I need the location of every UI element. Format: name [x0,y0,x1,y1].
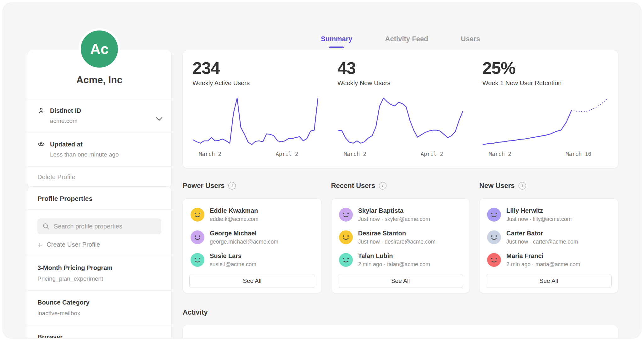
avatar-face [339,208,353,222]
user-subtext: Just now · lilly@acme.com [506,216,571,223]
property-label: Browser [37,333,161,338]
distinct-id-value: acme.com [50,118,161,124]
sparkline-chart [192,96,319,146]
user-avatar [339,253,353,267]
user-name: George Michael [210,229,278,237]
activity-card: 234 240 3.4k [183,325,618,338]
user-list-item[interactable]: Skylar BaptistaJust now · skyler@acme.co… [339,207,464,223]
user-list-item[interactable]: Lilly HerwitzJust now · lilly@acme.com [487,207,612,223]
user-list-item[interactable]: Desirae StantonJust now · desirare@acme.… [339,229,464,245]
stat-weekly-active-users: 234 Weekly Active Users March 2 April 2 [183,50,328,168]
plus-icon: + [37,242,42,248]
person-icon [37,107,45,114]
stat-value: 234 [192,59,319,77]
avatar-face [339,253,353,267]
info-icon[interactable]: i [379,182,386,190]
tab-summary[interactable]: Summary [321,35,352,48]
activity-stat: 240 [328,325,473,338]
sparkline-chart [482,96,608,146]
property-row[interactable]: Bounce Category inactive-mailbox [27,290,171,325]
user-subtext: Just now · skyler@acme.com [358,216,430,223]
property-row[interactable]: 3-Month Pricing Program Pricing_plan_exp… [27,256,171,290]
activity-stat-value: 3.4k [482,336,608,338]
delete-profile-button[interactable]: Delete Profile [27,166,171,188]
see-all-button[interactable]: See All [338,274,464,288]
user-list-item[interactable]: Carter BatorJust now · carter@acme.com [487,229,612,245]
user-list-card: Eddie Kwakmaneddie.k@acme.comGeorge Mich… [183,198,322,293]
company-avatar: Ac [79,28,120,70]
tab-bar: Summary Activity Feed Users [183,35,618,48]
search-input[interactable] [53,223,156,230]
property-row[interactable]: Browser Chrome [27,325,171,338]
user-list-card: Lilly HerwitzJust now · lilly@acme.comCa… [479,198,618,293]
company-initials: Ac [90,41,109,58]
user-section-title: New Users [479,182,515,190]
user-avatar [487,230,501,244]
user-avatar [339,230,353,244]
tab-activity-feed[interactable]: Activity Feed [385,35,428,48]
activity-section: Activity 234 240 3.4k [183,308,618,338]
updated-at-row: Updated at Less than one minute ago [27,133,171,166]
user-list-item[interactable]: Susie Larssusie.l@acme.com [191,252,315,268]
user-avatar [191,253,204,267]
user-avatar [339,208,353,222]
x-axis-tick: March 2 [489,151,511,157]
stat-label: Week 1 New User Retention [482,79,608,87]
user-section-title: Power Users [183,182,225,190]
app-window: Ac Acme, Inc Distinct ID acme.com [3,3,641,338]
x-axis-tick: April 2 [421,151,443,157]
avatar-face [487,230,501,244]
user-list-item[interactable]: Maria Franci2 min ago · maria@acme.com [487,252,612,268]
avatar-face [487,253,501,267]
summary-stats-card: 234 Weekly Active Users March 2 April 2 … [183,50,618,168]
user-subtext: george.michael@acme.com [210,239,278,245]
updated-at-value: Less than one minute ago [50,151,161,158]
avatar-face [339,230,353,244]
avatar-face [191,208,204,222]
property-label: Bounce Category [37,299,161,306]
see-all-button[interactable]: See All [486,274,612,288]
profile-properties-search[interactable] [37,218,161,234]
company-profile-card: Acme, Inc Distinct ID acme.com [27,50,172,188]
updated-at-label: Updated at [50,141,82,148]
user-list-item[interactable]: Talan Lubin2 min ago · talan@acme.com [339,252,464,268]
x-axis-tick: March 10 [566,151,591,157]
property-value: inactive-mailbox [37,310,161,317]
user-name: Lilly Herwitz [506,207,571,214]
user-name: Carter Bator [506,229,578,237]
activity-stat-value: 234 [192,336,319,338]
avatar-face [191,230,204,244]
create-user-profile-button[interactable]: + Create User Profile [37,241,161,248]
user-avatar [191,230,204,244]
user-list-item[interactable]: George Michaelgeorge.michael@acme.com [191,229,315,245]
user-avatar [487,208,501,222]
sparkline-chart [337,96,464,146]
distinct-id-label: Distinct ID [50,107,81,114]
info-icon[interactable]: i [228,182,236,190]
stat-label: Weekly Active Users [192,79,319,87]
profile-properties-card: Profile Properties + Create User Profile… [27,186,172,338]
stat-value: 43 [337,59,464,77]
info-icon[interactable]: i [519,182,526,190]
create-user-profile-label: Create User Profile [47,241,100,248]
user-section-recent-users: Recent UsersiSkylar BaptistaJust now · s… [331,181,470,293]
chevron-down-icon[interactable] [156,117,163,121]
user-subtext: susie.l@acme.com [210,261,256,268]
user-avatar [191,208,204,222]
tab-users[interactable]: Users [461,35,480,48]
user-list-item[interactable]: Eddie Kwakmaneddie.k@acme.com [191,207,315,223]
user-section-new-users: New UsersiLilly HerwitzJust now · lilly@… [479,181,618,293]
activity-stat: 3.4k [473,325,618,338]
user-lists-row: Power UsersiEddie Kwakmaneddie.k@acme.co… [183,181,618,293]
user-subtext: eddie.k@acme.com [210,216,258,223]
user-subtext: 2 min ago · maria@acme.com [506,261,580,268]
user-section-power-users: Power UsersiEddie Kwakmaneddie.k@acme.co… [183,181,322,293]
user-name: Eddie Kwakman [210,207,258,214]
stat-week1-retention: 25% Week 1 New User Retention March 2 Ma… [473,50,618,168]
avatar-face [191,253,204,267]
see-all-button[interactable]: See All [189,274,315,288]
x-axis-tick: March 2 [344,151,366,157]
distinct-id-row[interactable]: Distinct ID acme.com [27,99,171,133]
activity-stat: 234 [183,325,328,338]
activity-stat-value: 240 [337,336,464,338]
